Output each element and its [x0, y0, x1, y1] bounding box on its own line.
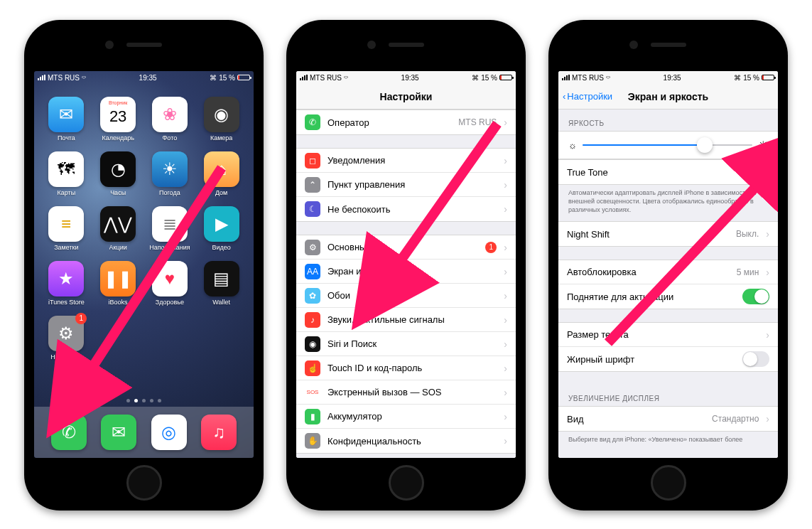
- app-iTunes Store[interactable]: ★iTunes Store: [44, 261, 89, 306]
- settings-row-Touch ID и код-пароль[interactable]: ☝Touch ID и код-пароль›: [296, 356, 516, 380]
- row-label: Уведомления: [327, 155, 497, 166]
- statusbar: MTS RUS ⌔ 19:35 ⌘ 15 %: [296, 71, 516, 84]
- zoom-header: УВЕЛИЧЕНИЕ ДИСПЛЕЯ: [558, 385, 778, 406]
- app-Карты[interactable]: 🗺Карты: [44, 151, 89, 196]
- navbar-title: Настройки: [380, 91, 433, 102]
- settings-row-Экран и яркость[interactable]: AAЭкран и яркость›: [296, 260, 516, 284]
- bluetooth-icon: ⌘: [472, 74, 479, 82]
- carrier-label: MTS RUS: [310, 74, 342, 82]
- row-icon: ☝: [305, 360, 320, 376]
- app-Погода[interactable]: ☀Погода: [148, 151, 193, 196]
- phone-home: MTS RUS ⌔ 19:35 ⌘ 15 % ✉ПочтаВторник23Ка…: [24, 20, 264, 511]
- settings-row-Пункт управления[interactable]: ⌃Пункт управления›: [296, 173, 516, 197]
- row-icon: ☾: [305, 201, 320, 217]
- settings-list[interactable]: ✆ОператорMTS RUS›◻Уведомления›⌃Пункт упр…: [296, 109, 516, 458]
- display-list[interactable]: ЯРКОСТЬ ☼ ☀ True Tone Автоматически адап…: [558, 109, 778, 458]
- chevron-left-icon: ‹: [563, 91, 565, 102]
- signal-icon: [38, 75, 45, 80]
- row-label: Звуки, тактильные сигналы: [327, 314, 497, 325]
- row-icon: ◻: [305, 153, 320, 169]
- bold-row[interactable]: Жирный шрифт: [558, 347, 778, 371]
- app-Телефон[interactable]: ✆: [51, 415, 87, 450]
- app-Камера[interactable]: ◉Камера: [199, 97, 244, 141]
- row-label: Экстренный вызов — SOS: [327, 387, 497, 397]
- battery-icon: [499, 75, 512, 80]
- settings-row-Конфиденциальность[interactable]: ✋Конфиденциальность›: [296, 429, 516, 453]
- clock: 19:35: [664, 74, 681, 82]
- chevron-right-icon: ›: [504, 338, 507, 350]
- app-label: Дом: [215, 189, 227, 196]
- dock: ✆✉◎♫: [34, 407, 254, 458]
- app-Safari[interactable]: ◎: [151, 415, 187, 450]
- wifi-icon: ⌔: [606, 74, 610, 82]
- raise-row[interactable]: Поднятие для активации: [558, 284, 778, 309]
- truetone-toggle[interactable]: [742, 164, 769, 180]
- raise-label: Поднятие для активации: [567, 292, 735, 302]
- row-icon: ◉: [305, 336, 320, 352]
- wifi-icon: ⌔: [344, 74, 348, 82]
- app-Видео[interactable]: ▶Видео: [199, 206, 244, 251]
- settings-row-Обои[interactable]: ✿Обои›: [296, 284, 516, 308]
- app-Акции[interactable]: ⋀⋁Акции: [96, 206, 141, 251]
- home-screen: MTS RUS ⌔ 19:35 ⌘ 15 % ✉ПочтаВторник23Ка…: [34, 71, 254, 458]
- battery-pct: 15 %: [481, 74, 497, 82]
- home-button[interactable]: [126, 465, 162, 501]
- autolock-row[interactable]: Автоблокировка 5 мин ›: [558, 260, 778, 284]
- bold-toggle[interactable]: [742, 351, 769, 367]
- raise-toggle[interactable]: [742, 289, 769, 304]
- app-label: Почта: [58, 134, 75, 141]
- settings-row-Уведомления[interactable]: ◻Уведомления›: [296, 149, 516, 173]
- app-Почта[interactable]: ✉Почта: [44, 97, 89, 141]
- wifi-icon: ⌔: [82, 74, 86, 82]
- app-iBooks[interactable]: ❚❚iBooks: [96, 261, 141, 306]
- settings-row-Основные[interactable]: ⚙Основные1›: [296, 235, 516, 260]
- bluetooth-icon: ⌘: [734, 74, 741, 82]
- home-button[interactable]: [389, 465, 424, 501]
- home-button[interactable]: [651, 465, 686, 501]
- app-Настройки[interactable]: ⚙1Настройки: [44, 316, 89, 360]
- nightshift-label: Night Shift: [567, 229, 729, 240]
- app-Заметки[interactable]: ≡Заметки: [44, 206, 89, 251]
- app-label: Карты: [58, 189, 76, 196]
- page-indicator[interactable]: [34, 399, 254, 402]
- row-label: Аккумулятор: [327, 411, 497, 422]
- settings-row-Не беспокоить[interactable]: ☾Не беспокоить›: [296, 197, 516, 221]
- settings-row-Аккумулятор[interactable]: ▮Аккумулятор›: [296, 405, 516, 429]
- zoom-footer: Выберите вид для iPhone: «Увеличено» пок…: [558, 432, 778, 451]
- settings-row-Оператор[interactable]: ✆ОператорMTS RUS›: [296, 110, 516, 134]
- app-Напоминания[interactable]: ≣Напоминания: [148, 206, 193, 251]
- textsize-row[interactable]: Размер текста ›: [558, 323, 778, 347]
- settings-row-Звуки, тактильные сигналы[interactable]: ♪Звуки, тактильные сигналы›: [296, 308, 516, 332]
- app-Wallet[interactable]: ▤Wallet: [199, 261, 244, 306]
- zoom-row[interactable]: Вид Стандартно ›: [558, 407, 778, 431]
- app-Музыка[interactable]: ♫: [201, 415, 237, 450]
- app-Часы[interactable]: ◔Часы: [96, 151, 141, 196]
- row-icon: ✿: [305, 288, 320, 304]
- truetone-row[interactable]: True Tone: [558, 160, 778, 184]
- phone-display: MTS RUS ⌔ 19:35 ⌘ 15 % ‹Настройки Экран …: [548, 20, 788, 511]
- app-Здоровье[interactable]: ♥Здоровье: [148, 261, 193, 306]
- nightshift-row[interactable]: Night Shift Выкл. ›: [558, 222, 778, 246]
- row-label: Экран и яркость: [327, 266, 497, 277]
- clock: 19:35: [401, 74, 419, 82]
- row-label: Siri и Поиск: [327, 338, 497, 349]
- chevron-right-icon: ›: [504, 203, 507, 215]
- app-Сообщения[interactable]: ✉: [101, 415, 136, 450]
- phone-settings: MTS RUS ⌔ 19:35 ⌘ 15 % Настройки ✆Операт…: [286, 20, 526, 511]
- brightness-low-icon: ☼: [568, 140, 577, 151]
- settings-screen: MTS RUS ⌔ 19:35 ⌘ 15 % Настройки ✆Операт…: [296, 71, 516, 458]
- back-button[interactable]: ‹Настройки: [563, 91, 612, 102]
- settings-row-Экстренный вызов — SOS[interactable]: SOSЭкстренный вызов — SOS›: [296, 380, 516, 405]
- app-Дом[interactable]: ⌂Дом: [199, 151, 244, 196]
- chevron-right-icon: ›: [504, 266, 507, 277]
- zoom-value: Стандартно: [712, 414, 759, 424]
- brightness-slider[interactable]: ☼ ☀: [558, 131, 778, 159]
- app-Календарь[interactable]: Вторник23Календарь: [96, 97, 141, 141]
- row-icon: ⌃: [305, 177, 320, 193]
- autolock-label: Автоблокировка: [567, 267, 730, 277]
- statusbar: MTS RUS ⌔ 19:35 ⌘ 15 %: [558, 71, 778, 84]
- settings-row-Siri и Поиск[interactable]: ◉Siri и Поиск›: [296, 332, 516, 356]
- bluetooth-icon: ⌘: [210, 74, 217, 82]
- app-Фото[interactable]: ❀Фото: [148, 97, 193, 141]
- navbar-title: Экран и яркость: [628, 91, 708, 102]
